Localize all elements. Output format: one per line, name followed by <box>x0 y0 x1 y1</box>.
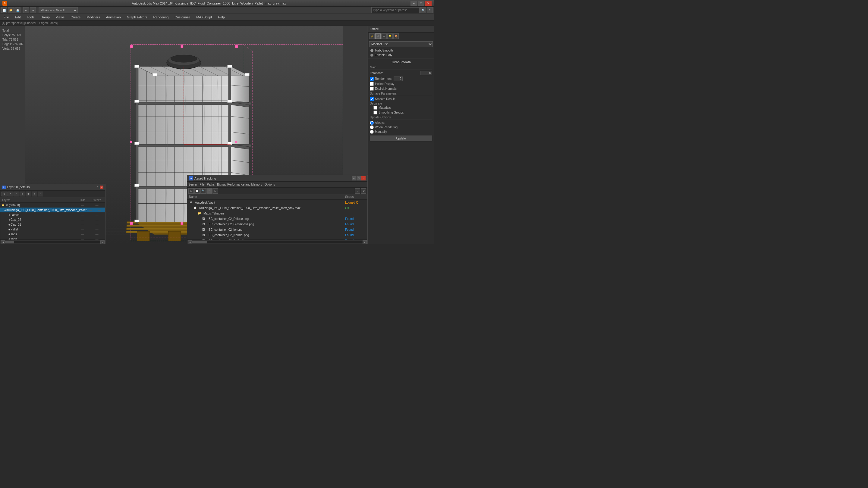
menu-animation[interactable]: Animation <box>104 15 123 20</box>
scroll-left-btn[interactable]: ◄ <box>1 240 5 244</box>
menu-views[interactable]: Views <box>53 15 67 20</box>
scroll-right-btn[interactable]: ► <box>100 240 104 244</box>
new-layer-btn[interactable]: ⊕ <box>1 192 7 196</box>
layer-scrollbar[interactable]: ◄ ► <box>0 239 105 244</box>
ts-explicit-check[interactable] <box>370 87 374 91</box>
asset-item[interactable]: 🏛 Autodesk Vault Logged O <box>187 200 367 205</box>
asset-menu-server[interactable]: Server <box>188 183 197 186</box>
panel-tool-1[interactable]: ⚡ <box>369 33 375 39</box>
asset-close-btn[interactable]: ✕ <box>361 176 366 181</box>
ts-manually-radio[interactable] <box>370 130 374 134</box>
asset-menu-options[interactable]: Options <box>265 183 275 186</box>
asset-item[interactable]: 📁 Maps / Shaders <box>187 210 367 216</box>
workspace-dropdown[interactable]: Workspace: Default <box>38 7 78 13</box>
menu-customize[interactable]: Customize <box>172 15 193 20</box>
panel-tool-2[interactable]: ⟲ <box>375 33 381 39</box>
modifier-list-dropdown[interactable]: Modifier List <box>369 41 433 47</box>
asset-scroll-right[interactable]: ► <box>363 240 367 244</box>
asset-menu-paths[interactable]: Paths <box>207 183 215 186</box>
asset-bottom-scrollbar[interactable]: ◄ ► <box>187 239 367 244</box>
asset-item[interactable]: 🖼 IBC_container_02_Diffuse.png Found <box>187 216 367 221</box>
asset-item[interactable]: 🖼 IBC_container_02_Glossiness.png Found <box>187 221 367 227</box>
asset-minimize-btn[interactable]: – <box>352 176 356 181</box>
asset-toolbar-btn1[interactable]: ⊞ <box>188 188 194 194</box>
layer-help-btn[interactable]: ? <box>97 186 98 189</box>
new-btn[interactable]: 📄 <box>1 7 7 13</box>
layer-item[interactable]: ◈ Cap_01 — — <box>0 222 105 227</box>
stats-total: Total <box>2 28 24 33</box>
layer-item[interactable]: ◈ Lattice — — <box>0 213 105 217</box>
menu-tools[interactable]: Tools <box>24 15 37 20</box>
layer-item[interactable]: ◈ Taps — — <box>0 232 105 236</box>
modifier-turbosmooth[interactable]: TurboSmooth <box>369 48 433 53</box>
ts-smooth-result-check[interactable] <box>370 97 374 101</box>
scroll-track[interactable] <box>5 241 100 243</box>
asset-toolbar-btn4[interactable]: ≡ <box>207 188 212 194</box>
layer-item[interactable]: ◈ Pallet — — <box>0 227 105 232</box>
asset-item[interactable]: 🖼 IBC_container_02_Normal.png Found <box>187 232 367 238</box>
delete-layer-btn[interactable]: ✕ <box>7 192 13 196</box>
asset-toolbar-btn5[interactable]: ⊟ <box>213 188 218 194</box>
move-layer-btn[interactable]: ↑ <box>32 192 37 196</box>
layer-panel-close[interactable]: ✕ <box>100 186 103 189</box>
layer-panel-header[interactable]: L Layer: 0 (default) ? ✕ <box>0 184 105 191</box>
ts-render-iters-check[interactable] <box>370 77 374 81</box>
menu-graph-editors[interactable]: Graph Editors <box>124 15 150 20</box>
layer-item-icon: ◈ <box>1 222 9 227</box>
asset-menu-file[interactable]: File <box>199 183 204 186</box>
redo-btn[interactable]: ↪ <box>30 7 36 13</box>
menu-maxscript[interactable]: MAXScript <box>194 15 214 20</box>
panel-tool-5[interactable]: 🎨 <box>393 33 399 39</box>
ts-iterations-input[interactable] <box>420 71 432 75</box>
select-layer-btn[interactable]: ◈ <box>20 192 25 196</box>
menu-create[interactable]: Create <box>68 15 83 20</box>
maximize-button[interactable]: □ <box>418 1 424 6</box>
minimize-button[interactable]: – <box>410 1 417 6</box>
panel-tool-3[interactable]: ◈ <box>381 33 387 39</box>
save-btn[interactable]: 💾 <box>14 7 21 13</box>
viewport[interactable]: Total Polys: 75 569 Tris: 75 569 Edges: … <box>0 26 368 244</box>
ts-always-radio[interactable] <box>370 121 374 125</box>
asset-toolbar-btn3[interactable]: 🔍 <box>200 188 206 194</box>
highlight-layer-btn[interactable]: ◉ <box>26 192 31 196</box>
asset-restore-btn[interactable]: □ <box>356 176 361 181</box>
menu-edit[interactable]: Edit <box>13 15 23 20</box>
ts-isoline-check[interactable] <box>370 82 374 86</box>
undo-btn[interactable]: ↩ <box>23 7 29 13</box>
asset-toolbar-btn2[interactable]: 📋 <box>194 188 200 194</box>
menu-file[interactable]: File <box>1 15 11 20</box>
layer-item[interactable]: ◈ Kruizinga_IBC_Fluid_Container_1000_Lit… <box>0 207 105 213</box>
ts-materials-row: Materials <box>370 106 432 110</box>
ts-smoothing-check[interactable] <box>373 110 377 115</box>
asset-scroll-thumb[interactable] <box>192 241 207 243</box>
ts-when-rendering-radio[interactable] <box>370 125 374 129</box>
asset-settings-btn[interactable]: ⚙ <box>361 188 366 194</box>
add-to-layer-btn[interactable]: + <box>13 192 19 196</box>
asset-item[interactable]: 📋 Kruizinga_IBC_Fluid_Container_1000_Lit… <box>187 205 367 210</box>
asset-menu-bitmap[interactable]: Bitmap Performance and Memory <box>217 183 262 186</box>
scroll-thumb[interactable] <box>5 241 14 243</box>
modifier-editablepoly[interactable]: Editable Poly <box>369 53 433 57</box>
expand-layer-btn[interactable]: ≡ <box>38 192 43 196</box>
layer-item[interactable]: 📁 0 (default) — — <box>0 203 105 207</box>
asset-item[interactable]: 🖼 IBC_container_02_Reflection.png Found <box>187 238 367 239</box>
search-input[interactable] <box>371 7 420 13</box>
layer-item[interactable]: ◈ Tank — — <box>0 236 105 239</box>
asset-help-btn[interactable]: ? <box>355 188 360 194</box>
asset-scroll-track[interactable] <box>192 241 363 243</box>
asset-scroll-left[interactable]: ◄ <box>188 240 192 244</box>
menu-modifiers[interactable]: Modifiers <box>84 15 102 20</box>
menu-group[interactable]: Group <box>38 15 52 20</box>
ts-update-btn[interactable]: Update <box>370 135 432 141</box>
help-btn[interactable]: ? <box>427 7 433 13</box>
asset-item[interactable]: 🖼 IBC_container_02_ior.png Found <box>187 227 367 232</box>
close-button[interactable]: ✕ <box>425 1 432 6</box>
menu-rendering[interactable]: Rendering <box>151 15 171 20</box>
menu-help[interactable]: Help <box>216 15 227 20</box>
ts-materials-check[interactable] <box>373 106 377 110</box>
panel-tool-4[interactable]: 💡 <box>387 33 393 39</box>
ts-render-iters-input[interactable] <box>394 76 403 81</box>
layer-item[interactable]: ◈ Cap_02 — — <box>0 217 105 222</box>
search-btn[interactable]: 🔍 <box>420 7 426 13</box>
open-btn[interactable]: 📂 <box>8 7 14 13</box>
